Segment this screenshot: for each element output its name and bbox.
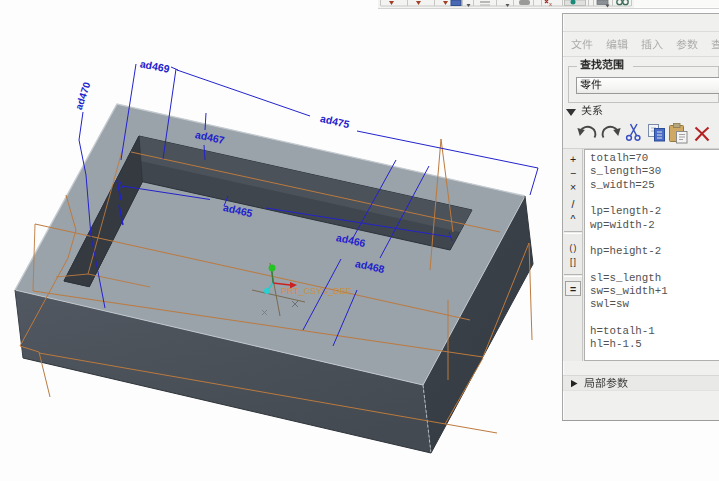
svg-text:x: x bbox=[549, 1, 552, 7]
svg-text:swl=sw: swl=sw bbox=[590, 298, 629, 310]
svg-text:lp=length-2: lp=length-2 bbox=[590, 205, 661, 217]
svg-text:totalh=70: totalh=70 bbox=[590, 152, 648, 164]
svg-text:^: ^ bbox=[571, 213, 576, 225]
svg-text:/: / bbox=[572, 198, 575, 210]
svg-text:sl=s_length: sl=s_length bbox=[590, 272, 661, 284]
svg-text:×: × bbox=[570, 181, 576, 193]
svg-text:hp=height-2: hp=height-2 bbox=[590, 245, 661, 257]
svg-text:s_width=25: s_width=25 bbox=[590, 179, 655, 191]
svg-text:[]: [] bbox=[570, 257, 577, 267]
svg-text:h=totalh-1: h=totalh-1 bbox=[590, 325, 655, 337]
svg-text:PRT_CSYS_DEF: PRT_CSYS_DEF bbox=[281, 286, 352, 296]
svg-text:ad469: ad469 bbox=[139, 57, 171, 74]
svg-text:wp=width-2: wp=width-2 bbox=[590, 219, 655, 231]
svg-text:ad475: ad475 bbox=[319, 112, 351, 130]
svg-text:hl=h-1.5: hl=h-1.5 bbox=[590, 338, 642, 350]
svg-text:s_length=30: s_length=30 bbox=[590, 165, 661, 177]
svg-text:−: − bbox=[570, 167, 576, 179]
svg-text:(): () bbox=[570, 243, 578, 253]
svg-text:=: = bbox=[570, 283, 576, 295]
svg-text:+: + bbox=[570, 153, 576, 165]
svg-text:sw=s_width+1: sw=s_width+1 bbox=[590, 285, 668, 297]
svg-text:ad470: ad470 bbox=[73, 80, 92, 111]
